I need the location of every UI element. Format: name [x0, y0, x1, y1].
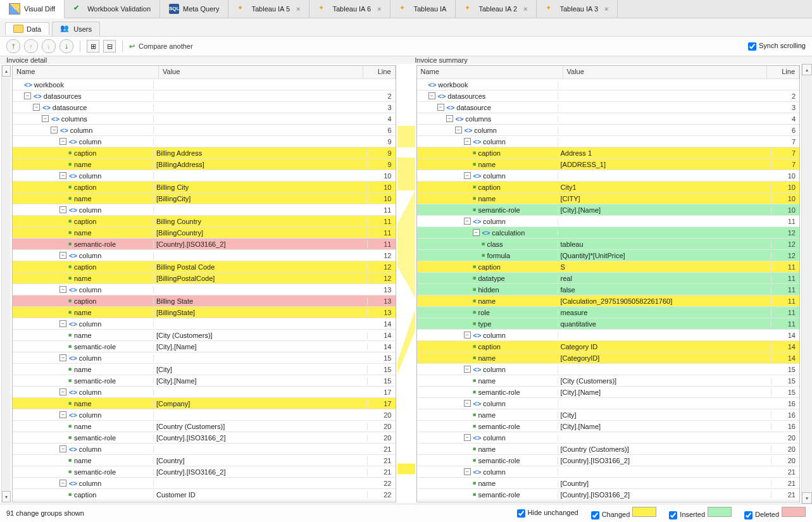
tree-row[interactable]: −<>column21 [417, 466, 800, 478]
expand-toggle[interactable]: − [464, 138, 471, 145]
deleted-toggle[interactable]: Deleted [744, 507, 806, 519]
tree-row[interactable]: ◆captionCategory ID14 [417, 341, 800, 352]
expand-toggle[interactable]: − [59, 411, 66, 418]
tree-row[interactable]: ◆typequantitative11 [417, 318, 800, 330]
tree-row[interactable]: ◆name[BillingPostalCode]12 [13, 273, 396, 284]
tree-row[interactable]: ◆name[City]16 [417, 409, 800, 421]
expand-toggle[interactable]: − [59, 354, 66, 361]
tree-row[interactable]: ◆semantic-role[Country].[ISO3166_2]21 [13, 466, 396, 478]
tab-workbook-validation[interactable]: ✔Workbook Validation [65, 0, 160, 18]
tree-row[interactable]: ◆name[Company]17 [13, 398, 396, 409]
right-grid-body[interactable]: <>workbook−<>datasources2−<>datasource3−… [417, 79, 800, 502]
col-value-header[interactable]: Value [563, 66, 768, 78]
expand-toggle[interactable]: − [446, 115, 453, 122]
expand-toggle[interactable]: − [59, 480, 66, 487]
tree-row[interactable]: <>workbook [417, 79, 800, 90]
expand-toggle[interactable]: − [33, 104, 40, 111]
expand-toggle[interactable]: − [42, 115, 49, 122]
tree-row[interactable]: −<>column13 [13, 284, 396, 295]
tree-row[interactable]: ◆name[Country (Customers)]20 [13, 421, 396, 432]
tree-row[interactable]: ◆hiddenfalse11 [417, 284, 800, 295]
expand-toggle[interactable]: − [59, 286, 66, 293]
tree-row[interactable]: ◆semantic-role[Country].[ISO3166_2]20 [417, 455, 800, 466]
tree-row[interactable]: ◆semantic-role[City].[Name]14 [13, 341, 396, 352]
tree-row[interactable]: ◆name[BillingCountry]11 [13, 227, 396, 239]
scroll-up-button[interactable]: ▴ [802, 64, 812, 75]
tree-row[interactable]: ◆classtableau12 [417, 239, 800, 250]
tree-row[interactable]: −<>column10 [417, 170, 800, 182]
expand-toggle[interactable]: − [464, 400, 471, 407]
tab-close-icon[interactable]: × [523, 5, 527, 13]
tree-row[interactable]: ◆datatypereal11 [417, 273, 800, 284]
tree-row[interactable]: ◆semantic-role[City].[Name]15 [417, 387, 800, 398]
tree-row[interactable]: ◆name[Country]21 [417, 478, 800, 489]
synch-scrolling-toggle[interactable]: Synch scrolling [748, 42, 806, 51]
expand-toggle[interactable]: − [59, 206, 66, 213]
tree-row[interactable]: ◆name[City]15 [13, 364, 396, 375]
tree-row[interactable]: ◆captionBilling Country11 [13, 216, 396, 227]
tree-row[interactable]: ◆rolemeasure11 [417, 307, 800, 318]
tree-row[interactable]: −<>column15 [417, 364, 800, 375]
right-scrollbar[interactable]: ▴ ▾ [801, 64, 812, 504]
tree-row[interactable]: ◆captionCity110 [417, 182, 800, 193]
tree-row[interactable]: −<>column16 [417, 398, 800, 409]
tree-row[interactable]: ◆captionBilling Postal Code12 [13, 261, 396, 273]
expand-toggle[interactable]: − [455, 127, 462, 134]
tab-tableau-ia-3[interactable]: ✦Tableau IA 3× [537, 0, 618, 18]
tree-row[interactable]: −<>datasource3 [13, 102, 396, 113]
tree-row[interactable]: −<>column14 [13, 318, 396, 330]
tree-row[interactable]: −<>column21 [13, 444, 396, 455]
tree-row[interactable]: ◆semantic-role[City].[Name]15 [13, 375, 396, 387]
tab-meta-query[interactable]: SQLMeta Query [160, 0, 228, 18]
tree-row[interactable]: ◆name[Country (Customers)]20 [417, 444, 800, 455]
tree-row[interactable]: ◆name[CustomerID]22 [13, 500, 396, 502]
tree-row[interactable]: −<>column15 [13, 352, 396, 364]
tree-row[interactable]: ◆formula[Quantity]*[UnitPrice]12 [417, 250, 800, 261]
tree-row[interactable]: −<>column22 [13, 478, 396, 489]
tree-row[interactable]: ◆name[Calculation_297519050582261760]11 [417, 295, 800, 307]
tree-row[interactable]: <>workbook [13, 79, 396, 90]
scroll-track[interactable] [802, 75, 812, 492]
tree-row[interactable]: ◆captionBilling City10 [13, 182, 396, 193]
tree-row[interactable]: −<>column14 [417, 330, 800, 341]
tab-close-icon[interactable]: × [296, 5, 300, 13]
tree-row[interactable]: ◆name[CategoryID]14 [417, 352, 800, 364]
tree-row[interactable]: −<>column12 [13, 250, 396, 261]
tab-visual-diff[interactable]: Visual Diff [0, 0, 65, 18]
expand-toggle[interactable]: − [59, 138, 66, 145]
inserted-toggle[interactable]: Inserted [669, 507, 732, 519]
tree-row[interactable]: −<>datasource3 [417, 102, 800, 113]
tree-row[interactable]: −<>column9 [13, 136, 396, 147]
tab-tableau-ia[interactable]: ✦Tableau IA [390, 0, 456, 18]
scroll-track[interactable] [2, 77, 11, 491]
tab-close-icon[interactable]: × [377, 5, 381, 13]
scroll-down-button[interactable]: ▾ [802, 492, 812, 504]
tree-row[interactable]: ◆name[City (Customers)]15 [417, 375, 800, 387]
expand-toggle[interactable]: − [437, 104, 444, 111]
left-grid-body[interactable]: <>workbook−<>datasources2−<>datasource3−… [13, 79, 396, 502]
tree-row[interactable]: ◆captionCustomer ID22 [13, 489, 396, 500]
tree-row[interactable]: ◆name[CITY]10 [417, 193, 800, 204]
tree-row[interactable]: ◆name[ADDRESS_1]7 [417, 159, 800, 170]
tree-row[interactable]: −<>column11 [417, 216, 800, 227]
expand-toggle[interactable]: − [473, 229, 480, 236]
expand-toggle[interactable]: − [464, 218, 471, 225]
tree-row[interactable]: −<>columns4 [13, 113, 396, 125]
col-line-header[interactable]: Line [767, 66, 799, 78]
tree-row[interactable]: −<>calculation12 [417, 227, 800, 239]
tree-row[interactable]: −<>column11 [13, 204, 396, 216]
changed-toggle[interactable]: Changed [591, 507, 657, 519]
col-name-header[interactable]: Name [417, 66, 563, 78]
tree-row[interactable]: −<>column7 [417, 136, 800, 147]
hide-unchanged-toggle[interactable]: Hide unchanged [517, 509, 578, 518]
tree-row[interactable]: ◆captionAddress 17 [417, 147, 800, 159]
tree-row[interactable]: ◆captionS11 [417, 261, 800, 273]
tree-row[interactable]: −<>column6 [13, 125, 396, 136]
tree-row[interactable]: ◆semantic-role[Country].[ISO3166_2]20 [13, 432, 396, 444]
col-value-header[interactable]: Value [159, 66, 363, 78]
collapse-all-button[interactable]: ⊟ [103, 40, 116, 53]
tree-row[interactable]: −<>column20 [13, 409, 396, 421]
tree-row[interactable]: ◆name[City (Customers)]14 [13, 330, 396, 341]
expand-toggle[interactable]: − [464, 332, 471, 339]
tree-row[interactable]: ◆semantic-role[City].[Name]16 [417, 421, 800, 432]
